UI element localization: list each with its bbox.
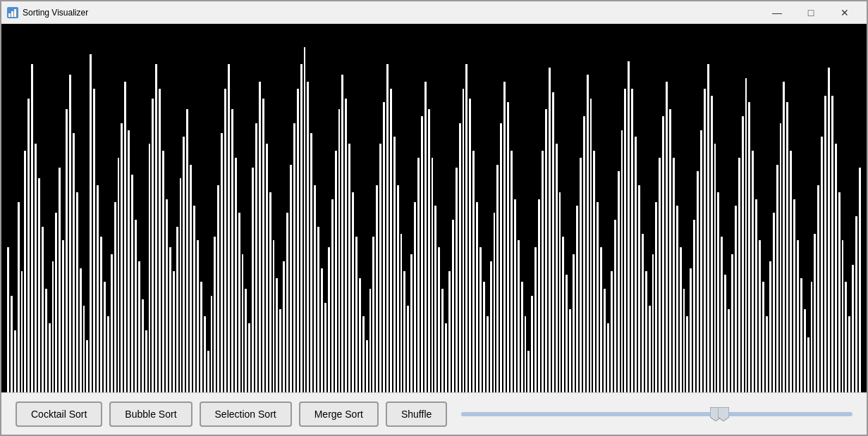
bar <box>107 316 109 392</box>
bar <box>93 89 95 392</box>
bar <box>697 171 699 392</box>
bar <box>845 282 847 392</box>
bar <box>348 144 350 392</box>
bar <box>769 261 771 392</box>
bar <box>456 168 458 392</box>
bar <box>262 99 264 392</box>
bar <box>748 102 750 392</box>
bar <box>428 109 430 392</box>
bar <box>434 206 436 392</box>
bar <box>224 89 226 392</box>
bar <box>21 271 23 392</box>
bar <box>259 82 261 392</box>
close-button[interactable]: ✕ <box>829 3 861 23</box>
bar <box>852 265 854 392</box>
bar <box>217 185 219 392</box>
bar <box>341 75 343 392</box>
bar <box>328 247 330 392</box>
bar <box>238 213 240 392</box>
bar <box>448 271 451 392</box>
bar <box>345 99 347 392</box>
bar <box>359 278 361 392</box>
bar <box>745 78 747 392</box>
bar <box>379 144 381 392</box>
bar <box>552 92 554 392</box>
bar <box>18 202 20 392</box>
bubble-sort-button[interactable]: Bubble Sort <box>109 401 192 427</box>
bar <box>176 227 178 392</box>
bar <box>52 261 54 392</box>
shuffle-button[interactable]: Shuffle <box>386 401 447 427</box>
bar <box>131 175 133 392</box>
bar <box>69 75 71 392</box>
bar <box>293 123 295 392</box>
bar <box>441 289 444 392</box>
bar <box>780 123 782 392</box>
bar <box>383 102 385 392</box>
bar <box>476 202 478 392</box>
slider-track[interactable] <box>461 412 852 416</box>
window-controls: — □ ✕ <box>761 3 861 23</box>
bar <box>824 96 826 392</box>
cocktail-sort-button[interactable]: Cocktail Sort <box>16 401 102 427</box>
bar <box>752 151 754 392</box>
bar <box>121 123 123 392</box>
bar <box>755 199 757 392</box>
bar <box>66 109 68 392</box>
bar <box>549 68 551 392</box>
bar <box>166 199 168 392</box>
bar <box>214 237 216 392</box>
bar <box>369 289 372 392</box>
bar <box>631 89 633 392</box>
bar <box>255 123 257 392</box>
bar <box>624 89 626 392</box>
minimize-button[interactable]: — <box>761 3 793 23</box>
bar <box>562 237 564 392</box>
bar <box>807 337 809 392</box>
maximize-button[interactable]: □ <box>795 3 827 23</box>
bar <box>666 82 668 392</box>
bar <box>842 240 844 392</box>
bar <box>45 289 47 392</box>
slider-thumb-2[interactable] <box>718 407 729 421</box>
bar <box>180 178 182 392</box>
bar <box>773 213 775 392</box>
bar <box>700 130 702 392</box>
bar <box>683 289 685 392</box>
bar <box>848 316 850 392</box>
bar <box>438 247 440 392</box>
bar <box>645 271 647 392</box>
bar <box>655 202 657 392</box>
bar <box>783 82 785 392</box>
bar <box>310 133 312 392</box>
bar <box>649 306 651 392</box>
bar <box>566 275 568 392</box>
svg-rect-1 <box>11 11 13 17</box>
bar <box>403 271 405 392</box>
bar <box>410 254 412 392</box>
bar <box>183 137 185 392</box>
bar <box>86 340 88 392</box>
bar <box>590 99 592 392</box>
bar <box>831 96 833 392</box>
merge-sort-button[interactable]: Merge Sort <box>299 401 379 427</box>
bar <box>811 282 813 392</box>
bar <box>662 116 664 392</box>
bar <box>83 306 85 392</box>
bar <box>587 75 589 392</box>
bar <box>835 144 837 392</box>
bar <box>366 340 368 392</box>
bar <box>465 64 467 392</box>
bar <box>421 116 423 392</box>
bar <box>104 282 106 392</box>
bar <box>790 151 792 392</box>
bar <box>207 351 209 392</box>
selection-sort-button[interactable]: Selection Sort <box>200 401 292 427</box>
bar <box>724 275 726 392</box>
bar <box>511 151 513 392</box>
bar <box>559 192 561 392</box>
bar <box>193 206 195 392</box>
bar <box>576 206 578 392</box>
bar <box>766 316 768 392</box>
bar <box>583 116 585 392</box>
